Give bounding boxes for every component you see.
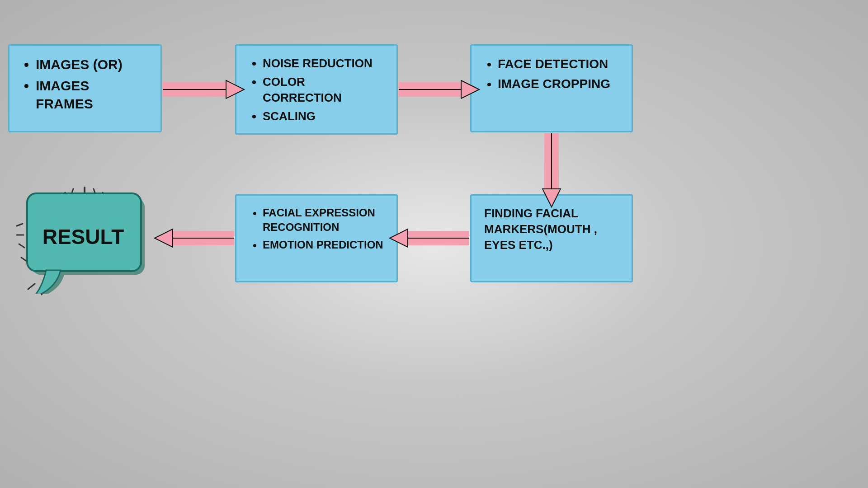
preprocess-item-1: NOISE REDUCTION [263, 56, 384, 71]
box-input: IMAGES (OR) IMAGES FRAMES [8, 44, 162, 132]
box-preprocess: NOISE REDUCTION COLOR CORRECTION SCALING [235, 44, 398, 135]
box-detect: FACE DETECTION IMAGE CROPPING [470, 44, 633, 132]
recognition-item-1: FACIAL EXPRESSION RECOGNITION [263, 206, 384, 235]
box-markers: FINDING FACIAL MARKERS(MOUTH , EYES ETC.… [470, 194, 633, 282]
preprocess-item-3: SCALING [263, 108, 384, 124]
svg-marker-21 [155, 229, 173, 247]
bubble-svg: RESULT [19, 190, 155, 294]
detect-item-1: FACE DETECTION [498, 56, 619, 73]
input-item-2: IMAGES FRAMES [36, 77, 148, 113]
flow-diagram: IMAGES (OR) IMAGES FRAMES NOISE REDUCTIO… [0, 0, 868, 488]
detect-item-2: IMAGE CROPPING [498, 75, 619, 93]
box-recognition: FACIAL EXPRESSION RECOGNITION EMOTION PR… [235, 194, 398, 282]
preprocess-item-2: COLOR CORRECTION [263, 74, 384, 106]
svg-text:RESULT: RESULT [42, 225, 124, 249]
recognition-item-2: EMOTION PREDICTION [263, 238, 384, 252]
markers-text: FINDING FACIAL MARKERS(MOUTH , EYES ETC.… [484, 206, 597, 252]
result-bubble: RESULT [19, 190, 150, 298]
input-item-1: IMAGES (OR) [36, 56, 148, 74]
